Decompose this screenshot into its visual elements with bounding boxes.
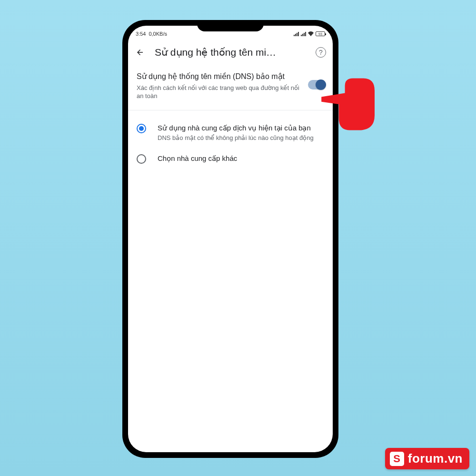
option-title: Chọn nhà cung cấp khác [158,153,324,163]
signal-icon [301,32,306,36]
pointing-hand-annotation [319,73,381,135]
radio-icon [137,154,146,164]
signal-icon [294,32,299,36]
battery-icon: 93 [316,31,325,36]
back-button[interactable] [135,47,145,58]
arrow-left-icon [136,48,144,57]
setting-title: Sử dụng hệ thống tên miền (DNS) bảo mật [137,71,301,82]
wifi-icon [308,31,314,36]
phone-frame: 3:54 0,0KB/s 93 Sử dụng hệ thống tên mi…… [122,20,338,458]
question-icon: ? [319,49,323,56]
option-title: Sử dụng nhà cung cấp dịch vụ hiện tại củ… [158,123,324,133]
help-button[interactable]: ? [316,47,326,58]
option-other-provider[interactable]: Chọn nhà cung cấp khác [137,148,324,169]
option-current-provider[interactable]: Sử dụng nhà cung cấp dịch vụ hiện tại củ… [137,117,324,148]
setting-subtitle: Xác định cách kết nối với các trang web … [137,84,301,100]
radio-icon [137,124,146,133]
provider-options: Sử dụng nhà cung cấp dịch vụ hiện tại củ… [128,110,333,177]
phone-notch [197,20,264,31]
watermark: S forum.vn [385,448,469,469]
dns-toggle-row: Sử dụng hệ thống tên miền (DNS) bảo mật … [128,63,333,110]
app-header: Sử dụng hệ thống tên mi… ? [128,40,333,63]
status-net-speed: 0,0KB/s [149,31,167,37]
phone-screen: 3:54 0,0KB/s 93 Sử dụng hệ thống tên mi…… [128,26,333,452]
watermark-text: forum.vn [408,451,463,466]
status-time: 3:54 [136,31,146,37]
page-title: Sử dụng hệ thống tên mi… [155,47,306,58]
option-subtitle: DNS bảo mật có thể không phải lúc nào cũ… [158,134,324,142]
watermark-logo: S [390,452,404,466]
